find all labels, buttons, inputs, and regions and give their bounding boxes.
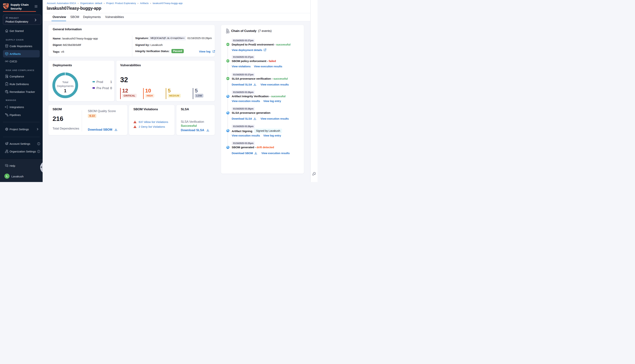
svg-text:?: ? <box>6 164 7 166</box>
